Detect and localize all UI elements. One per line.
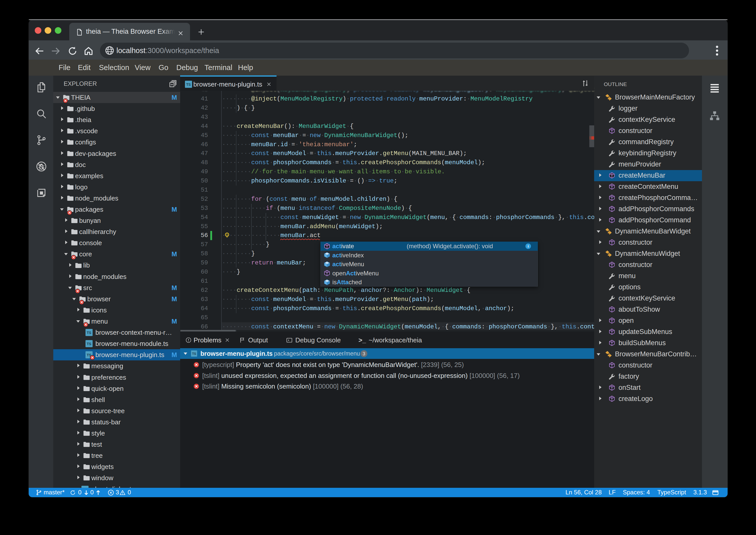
svg-text:TS: TS: [87, 331, 91, 335]
svg-text:TS: TS: [192, 352, 196, 355]
svg-text:TS: TS: [87, 342, 91, 346]
svg-text:i: i: [528, 244, 529, 248]
svg-text:TS: TS: [186, 82, 191, 87]
